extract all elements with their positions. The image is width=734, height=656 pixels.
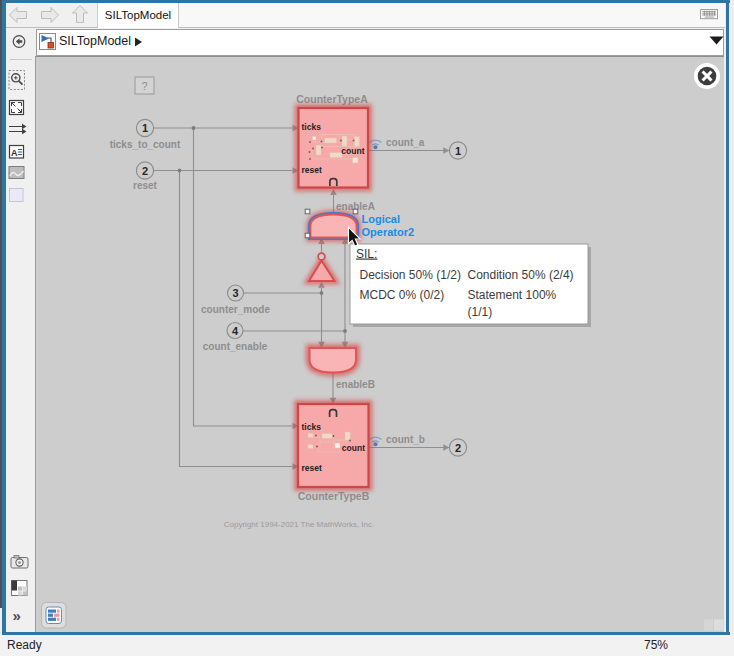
svg-text:(1/1): (1/1) (468, 305, 493, 319)
svg-text:A: A (11, 148, 18, 158)
svg-text:CounterTypeB: CounterTypeB (298, 490, 370, 502)
svg-text:count_a: count_a (386, 137, 425, 148)
svg-text:count: count (342, 443, 365, 453)
svg-text:enableB: enableB (336, 379, 375, 390)
svg-text:reset: reset (302, 463, 322, 473)
svg-text:counter_mode: counter_mode (201, 304, 270, 315)
svg-text:Condition 50% (2/4): Condition 50% (2/4) (468, 268, 574, 282)
svg-text:ticks: ticks (302, 122, 322, 132)
svg-text:MCDC 0% (0/2): MCDC 0% (0/2) (360, 288, 445, 302)
svg-text:3: 3 (232, 287, 238, 299)
svg-text:1: 1 (142, 122, 148, 134)
svg-text:count_b: count_b (386, 434, 425, 445)
svg-text:CounterTypeA: CounterTypeA (296, 93, 368, 105)
svg-text:SIL:: SIL: (356, 247, 377, 261)
svg-text:count_enable: count_enable (203, 341, 268, 352)
svg-text:Logical: Logical (362, 213, 401, 225)
svg-text:ticks_to_count: ticks_to_count (110, 139, 181, 150)
svg-text:Operator2: Operator2 (362, 226, 415, 238)
svg-text:2: 2 (142, 165, 148, 177)
svg-text:»: » (12, 607, 20, 624)
svg-text:reset: reset (133, 180, 158, 191)
svg-text:reset: reset (302, 165, 322, 175)
svg-text:Decision 50% (1/2): Decision 50% (1/2) (360, 268, 461, 282)
svg-text:1: 1 (455, 145, 461, 157)
svg-text:2: 2 (455, 442, 461, 454)
svg-text:Copyright 1994-2021 The MathWo: Copyright 1994-2021 The MathWorks, Inc. (224, 520, 374, 529)
svg-text:count: count (341, 146, 364, 156)
svg-text:?: ? (141, 80, 147, 92)
svg-text:ticks: ticks (302, 422, 322, 432)
svg-text:4: 4 (232, 325, 239, 337)
svg-text:Statement 100%: Statement 100% (468, 288, 557, 302)
